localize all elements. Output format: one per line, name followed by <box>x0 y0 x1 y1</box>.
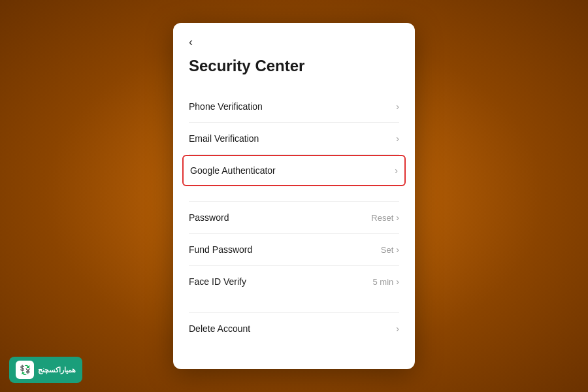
password-status: Reset <box>371 213 393 223</box>
chevron-right-icon-6: › <box>396 276 399 287</box>
fund-password-right: Set › <box>381 244 399 255</box>
watermark-icon-symbol: 💱 <box>20 365 31 375</box>
email-verification-label: Email Verification <box>189 133 259 144</box>
menu-item-email-verification[interactable]: Email Verification › <box>189 123 399 155</box>
chevron-right-icon-5: › <box>396 244 399 255</box>
menu-item-fund-password[interactable]: Fund Password Set › <box>189 234 399 266</box>
menu-section-3: Delete Account › <box>189 313 399 344</box>
watermark-icon: 💱 <box>16 361 34 379</box>
chevron-right-icon-7: › <box>396 323 399 334</box>
menu-item-phone-verification[interactable]: Phone Verification › <box>189 91 399 123</box>
section-divider-2 <box>189 302 399 313</box>
fund-password-label: Fund Password <box>189 244 252 255</box>
password-label: Password <box>189 212 229 223</box>
chevron-right-icon: › <box>396 101 399 112</box>
face-id-right: 5 min › <box>373 276 399 287</box>
face-id-label: Face ID Verify <box>189 276 246 287</box>
phone-card: ‹ Security Center Phone Verification › E… <box>173 23 415 369</box>
fund-password-status: Set <box>381 245 394 255</box>
back-button[interactable]: ‹ <box>189 36 193 48</box>
email-verification-right: › <box>396 133 399 144</box>
menu-item-face-id[interactable]: Face ID Verify 5 min › <box>189 266 399 297</box>
menu-item-delete-account[interactable]: Delete Account › <box>189 313 399 344</box>
google-auth-label: Google Authenticator <box>190 165 276 176</box>
phone-verification-right: › <box>396 101 399 112</box>
section-divider-1 <box>189 191 399 202</box>
delete-account-label: Delete Account <box>189 323 250 334</box>
chevron-right-icon-2: › <box>396 133 399 144</box>
watermark-badge: 💱 همیاراکسچنج <box>9 357 82 383</box>
password-right: Reset › <box>371 212 399 223</box>
google-auth-right: › <box>395 165 398 176</box>
phone-verification-label: Phone Verification <box>189 101 263 112</box>
delete-account-right: › <box>396 323 399 334</box>
menu-section-1: Phone Verification › Email Verification … <box>189 91 399 186</box>
face-id-status: 5 min <box>373 277 394 287</box>
menu-item-password[interactable]: Password Reset › <box>189 202 399 234</box>
menu-section-2: Password Reset › Fund Password Set › Fac… <box>189 202 399 297</box>
chevron-right-icon-4: › <box>396 212 399 223</box>
watermark-text: همیاراکسچنج <box>38 366 76 374</box>
menu-item-google-authenticator[interactable]: Google Authenticator › <box>182 155 406 186</box>
back-icon: ‹ <box>189 36 193 48</box>
page-title: Security Center <box>189 57 399 75</box>
chevron-right-icon-3: › <box>395 165 398 176</box>
